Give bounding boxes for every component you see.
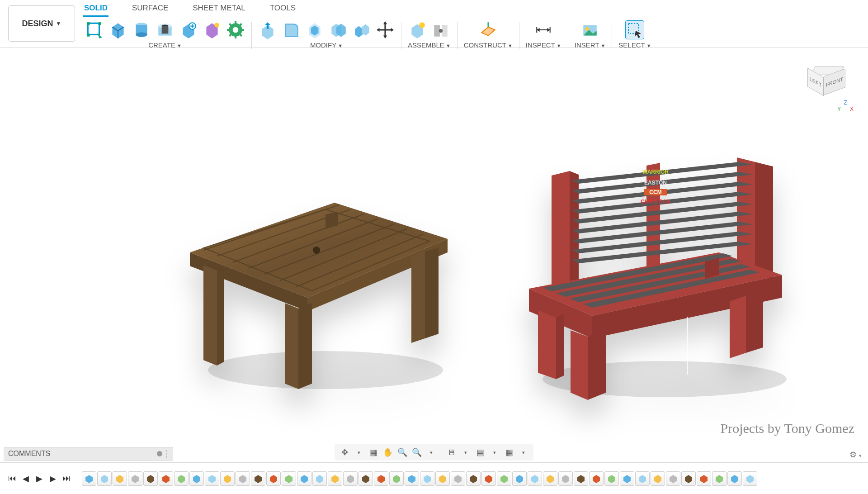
group-label[interactable]: INSERT▼	[575, 41, 606, 49]
form-icon[interactable]	[203, 20, 222, 39]
cylinder-icon[interactable]	[132, 20, 151, 39]
select-icon[interactable]	[625, 20, 644, 39]
timeline-feature[interactable]	[727, 471, 742, 486]
move-icon[interactable]	[376, 20, 395, 39]
timeline-feature[interactable]	[236, 471, 250, 486]
timeline-next-icon[interactable]: ▶	[47, 473, 59, 484]
hole-icon[interactable]	[156, 20, 175, 39]
timeline-feature[interactable]	[128, 471, 142, 486]
insert-decal-icon[interactable]	[580, 20, 599, 39]
timeline-feature[interactable]	[420, 471, 434, 486]
timeline-prev-icon[interactable]: ◀	[20, 473, 32, 484]
timeline-feature[interactable]	[159, 471, 173, 486]
timeline-feature[interactable]	[312, 471, 327, 486]
timeline-feature[interactable]	[574, 471, 588, 486]
timeline-feature[interactable]	[666, 471, 680, 486]
panel-options-icon[interactable]	[157, 451, 162, 456]
plane-icon[interactable]	[479, 20, 498, 39]
tab-solid[interactable]: SOLID	[83, 3, 108, 17]
display-settings-icon[interactable]: 🖥	[445, 446, 458, 459]
timeline-feature[interactable]	[512, 471, 527, 486]
derive-icon[interactable]	[179, 20, 198, 39]
new-component-icon[interactable]	[408, 20, 427, 39]
workspace-switcher[interactable]: DESIGN ▼	[8, 5, 75, 42]
timeline-feature[interactable]	[589, 471, 604, 486]
viewport-dropdown-icon[interactable]: ▾	[517, 446, 530, 459]
zoom-dropdown-icon[interactable]: ▾	[425, 446, 438, 459]
timeline-start-icon[interactable]: ⏮	[6, 473, 18, 484]
timeline-feature[interactable]	[743, 471, 757, 486]
timeline-feature[interactable]	[543, 471, 557, 486]
timeline-feature[interactable]	[174, 471, 189, 486]
timeline-feature[interactable]	[604, 471, 619, 486]
measure-icon[interactable]	[534, 20, 553, 39]
zoom-window-icon[interactable]: 🔍	[410, 446, 423, 459]
zoom-icon[interactable]: 🔍	[396, 446, 409, 459]
group-label[interactable]: CONSTRUCT▼	[464, 41, 513, 49]
timeline-feature[interactable]	[220, 471, 235, 486]
tab-surface[interactable]: SURFACE	[131, 3, 169, 17]
timeline-feature[interactable]	[205, 471, 219, 486]
timeline-feature[interactable]	[405, 471, 419, 486]
timeline-feature[interactable]	[481, 471, 496, 486]
joint-icon[interactable]	[431, 20, 450, 39]
tab-tools[interactable]: TOOLS	[269, 3, 297, 17]
timeline-feature[interactable]	[113, 471, 127, 486]
tab-sheetmetal[interactable]: SHEET METAL	[192, 3, 246, 17]
timeline-feature[interactable]	[189, 471, 204, 486]
timeline-feature[interactable]	[282, 471, 296, 486]
look-at-icon[interactable]: ▦	[367, 446, 380, 459]
timeline-feature[interactable]	[328, 471, 342, 486]
orbit-icon[interactable]: ✥	[338, 446, 351, 459]
timeline-feature[interactable]	[712, 471, 726, 486]
group-label[interactable]: MODIFY▼	[310, 41, 343, 49]
timeline-feature[interactable]	[266, 471, 281, 486]
shell-icon[interactable]	[305, 20, 324, 39]
timeline-end-icon[interactable]: ⏭	[61, 473, 72, 484]
timeline-feature[interactable]	[451, 471, 465, 486]
timeline-feature[interactable]	[343, 471, 358, 486]
panel-drag-handle[interactable]: ┆	[164, 450, 169, 458]
viewport-settings-icon[interactable]: ▦	[503, 446, 515, 459]
timeline-feature[interactable]	[435, 471, 450, 486]
model-table[interactable]	[172, 185, 461, 393]
view-cube[interactable]: LEFT FRONT Z Y X	[800, 58, 854, 112]
timeline-feature[interactable]	[466, 471, 481, 486]
timeline-feature[interactable]	[681, 471, 696, 486]
timeline-feature[interactable]	[651, 471, 665, 486]
timeline-feature[interactable]	[374, 471, 388, 486]
timeline-feature[interactable]	[82, 471, 96, 486]
timeline-feature[interactable]	[143, 471, 158, 486]
group-label[interactable]: SELECT▼	[618, 41, 651, 49]
timeline-feature[interactable]	[359, 471, 373, 486]
timeline-play-icon[interactable]: ▶	[33, 473, 45, 484]
orbit-dropdown-icon[interactable]: ▾	[353, 446, 365, 459]
model-bench[interactable]: WARRIOR EASTON CCM CHRISTIAN	[511, 148, 800, 402]
press-pull-icon[interactable]	[258, 20, 277, 39]
timeline-feature[interactable]	[389, 471, 404, 486]
group-label[interactable]: CREATE▼	[148, 41, 182, 49]
settings-gear-icon[interactable]: ⚙ ▾	[849, 450, 862, 460]
group-label[interactable]: ASSEMBLE▼	[408, 41, 451, 49]
timeline-feature[interactable]	[251, 471, 265, 486]
timeline-feature[interactable]	[297, 471, 311, 486]
timeline-feature[interactable]	[635, 471, 650, 486]
timeline-feature[interactable]	[497, 471, 511, 486]
timeline-feature[interactable]	[528, 471, 542, 486]
create-sketch-icon[interactable]	[85, 20, 104, 39]
viewport-3d[interactable]: LEFT FRONT Z Y X	[0, 49, 868, 445]
grid-settings-icon[interactable]: ▤	[474, 446, 486, 459]
timeline-feature[interactable]	[97, 471, 112, 486]
comments-panel-header[interactable]: COMMENTS ┆	[4, 447, 173, 461]
group-label[interactable]: INSPECT▼	[526, 41, 561, 49]
box-icon[interactable]	[108, 20, 127, 39]
combine-icon[interactable]	[329, 20, 348, 39]
grid-dropdown-icon[interactable]: ▾	[488, 446, 501, 459]
gear-gen-icon[interactable]	[226, 20, 245, 39]
fillet-icon[interactable]	[282, 20, 301, 39]
timeline-feature[interactable]	[697, 471, 711, 486]
display-dropdown-icon[interactable]: ▾	[459, 446, 472, 459]
pan-icon[interactable]: ✋	[382, 446, 394, 459]
timeline-feature[interactable]	[558, 471, 573, 486]
timeline-feature[interactable]	[620, 471, 634, 486]
